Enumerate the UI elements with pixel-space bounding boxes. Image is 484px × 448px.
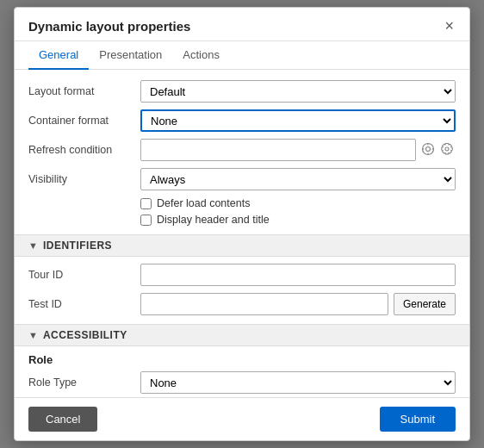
layout-format-select[interactable]: Default [140, 80, 456, 103]
layout-format-control: Default [140, 80, 456, 103]
visibility-select[interactable]: Always [140, 168, 456, 190]
refresh-condition-row: Refresh condition [28, 139, 456, 161]
refresh-gear-icon[interactable] [438, 140, 456, 160]
dialog-body: Layout format Default Container format N… [15, 70, 469, 397]
dialog-title: Dynamic layout properties [28, 19, 190, 34]
identifiers-section-title: IDENTIFIERS [43, 240, 112, 252]
tour-id-control [140, 264, 456, 286]
layout-format-label: Layout format [28, 85, 140, 97]
role-heading: Role [28, 353, 456, 366]
accessibility-section-title: ACCESSIBILITY [43, 329, 127, 341]
accessibility-section-header: ▼ ACCESSIBILITY [15, 324, 469, 346]
cancel-button[interactable]: Cancel [28, 407, 97, 432]
role-type-row: Role Type None [28, 371, 456, 394]
tab-presentation[interactable]: Presentation [89, 41, 172, 70]
tour-id-input[interactable] [140, 264, 456, 286]
role-type-label: Role Type [28, 376, 140, 389]
test-id-input[interactable] [140, 293, 388, 315]
svg-point-6 [445, 147, 449, 151]
defer-load-label: Defer load contents [157, 197, 250, 209]
dialog: Dynamic layout properties × General Pres… [14, 7, 470, 441]
tour-id-label: Tour ID [28, 269, 140, 281]
test-id-label: Test ID [28, 298, 140, 310]
visibility-row: Visibility Always [28, 168, 456, 190]
display-header-row: Display header and title [140, 214, 456, 226]
svg-point-1 [426, 146, 431, 151]
role-type-control: None [140, 371, 456, 394]
container-format-row: Container format None [28, 109, 456, 132]
accessibility-chevron-icon: ▼ [28, 330, 38, 340]
defer-load-row: Defer load contents [140, 197, 456, 209]
tab-bar: General Presentation Actions [15, 41, 469, 70]
dialog-footer: Cancel Submit [15, 397, 469, 440]
dialog-header: Dynamic layout properties × [15, 8, 469, 41]
display-header-checkbox[interactable] [140, 215, 152, 226]
refresh-icons [419, 140, 456, 160]
submit-button[interactable]: Submit [380, 407, 456, 432]
refresh-settings-icon[interactable] [419, 140, 437, 160]
defer-load-checkbox[interactable] [140, 198, 152, 209]
test-id-row: Test ID Generate [28, 293, 456, 315]
container-format-control: None [140, 109, 456, 132]
visibility-control: Always [140, 168, 456, 190]
generate-button[interactable]: Generate [394, 293, 456, 315]
container-format-label: Container format [28, 115, 140, 127]
display-header-label: Display header and title [157, 214, 270, 226]
container-format-select[interactable]: None [140, 109, 456, 132]
refresh-condition-wrap [140, 139, 416, 161]
identifiers-chevron-icon: ▼ [28, 240, 38, 251]
overlay: Dynamic layout properties × General Pres… [0, 0, 484, 448]
tab-actions[interactable]: Actions [172, 41, 230, 70]
layout-format-row: Layout format Default [28, 80, 456, 103]
role-type-select[interactable]: None [140, 371, 456, 394]
identifiers-section-header: ▼ IDENTIFIERS [15, 234, 469, 257]
tab-general[interactable]: General [28, 41, 89, 70]
refresh-condition-label: Refresh condition [28, 144, 140, 156]
visibility-label: Visibility [28, 173, 140, 185]
refresh-condition-input[interactable] [140, 139, 416, 161]
tour-id-row: Tour ID [28, 264, 456, 286]
close-button[interactable]: × [443, 18, 456, 34]
test-id-control: Generate [140, 293, 456, 315]
